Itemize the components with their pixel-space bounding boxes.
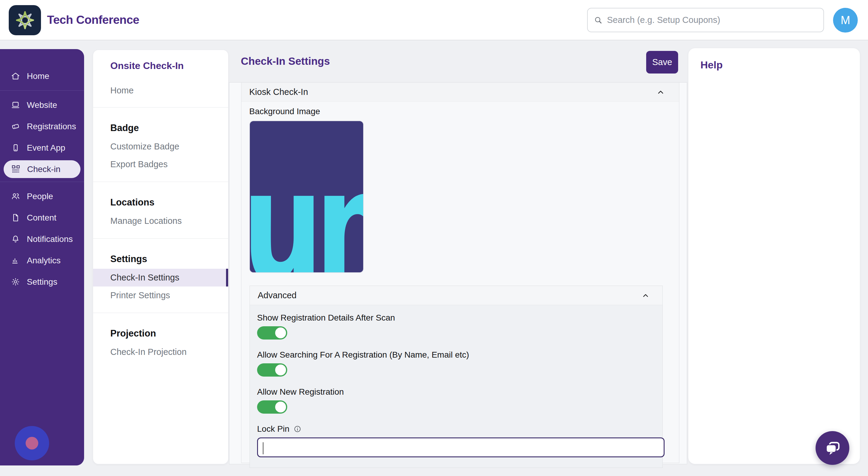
sidebar-item-label: People [27, 192, 53, 201]
lock-pin-label-row: Lock Pin [257, 424, 655, 434]
blue-dot-overlay[interactable] [15, 426, 49, 460]
sidebar-item-label: Check-in [27, 164, 60, 174]
setting-row-show-registration-details: Show Registration Details After Scan [257, 313, 655, 340]
lock-pin-label: Lock Pin [257, 424, 289, 434]
toggle-knob [275, 364, 286, 375]
sidebar-item-content[interactable]: Content [0, 207, 84, 228]
advanced-section-title: Advanced [258, 290, 297, 300]
sidebar-item-analytics[interactable]: Analytics [0, 250, 84, 271]
blue-dot-inner [26, 437, 38, 449]
kiosk-section-header[interactable]: Kiosk Check-In [241, 83, 679, 102]
star-knot-icon [13, 9, 36, 32]
avatar-initial: M [841, 14, 850, 27]
sidebar-divider [0, 182, 84, 182]
sidebar-divider [0, 90, 84, 91]
qr-grid-icon [11, 164, 21, 174]
sidebar-item-website[interactable]: Website [0, 94, 84, 116]
help-panel: Help [688, 48, 860, 464]
show-registration-details-toggle[interactable] [257, 326, 287, 340]
subnav-item-label: Check-In Settings [110, 273, 179, 282]
sidebar-item-notifications[interactable]: Notifications [0, 228, 84, 250]
top-header: Tech Conference M [0, 0, 868, 40]
background-image-letters: un [249, 150, 364, 273]
subnav-heading-projection: Projection [93, 328, 228, 339]
setting-row-allow-searching: Allow Searching For A Registration (By N… [257, 350, 655, 377]
subnav-heading-locations: Locations [93, 197, 228, 208]
home-icon [11, 71, 20, 81]
sidebar-item-people[interactable]: People [0, 186, 84, 207]
settings-scroll-area[interactable]: Kiosk Check-In Background Image un [229, 82, 687, 464]
toggle-knob [275, 327, 286, 338]
kiosk-collapse-button[interactable] [654, 86, 667, 98]
help-title: Help [701, 59, 848, 71]
bell-icon [11, 234, 20, 244]
subnav-item-check-in-projection[interactable]: Check-In Projection [93, 343, 228, 361]
phone-icon [11, 143, 20, 153]
sidebar-item-label: Notifications [27, 234, 73, 244]
save-button[interactable]: Save [646, 51, 678, 73]
avatar[interactable]: M [833, 8, 858, 33]
people-icon [11, 192, 20, 201]
sidebar-item-label: Settings [27, 277, 57, 287]
search-input[interactable] [607, 15, 817, 25]
allow-new-registration-toggle[interactable] [257, 401, 287, 414]
sidebar-item-check-in[interactable]: Check-in [4, 160, 81, 178]
global-search[interactable] [587, 8, 824, 32]
app-logo[interactable] [9, 5, 41, 35]
kiosk-section-title: Kiosk Check-In [249, 87, 308, 97]
chat-bubbles-icon [824, 439, 841, 457]
background-image-preview[interactable]: un [249, 121, 364, 273]
subnav-section: Settings Check-In Settings Printer Setti… [93, 238, 228, 313]
search-icon [594, 16, 603, 25]
advanced-section-content: Show Registration Details After Scan All… [250, 305, 662, 468]
subnav-section: Badge Customize Badge Export Badges [93, 107, 228, 182]
sidebar-item-label: Registrations [27, 122, 76, 131]
sidebar-item-label: Analytics [27, 256, 61, 265]
sidebar-item-event-app[interactable]: Event App [0, 137, 84, 158]
subnav-item-export-badges[interactable]: Export Badges [93, 155, 228, 173]
sidebar-item-label: Home [27, 71, 50, 81]
subnav-section: Locations Manage Locations [93, 182, 228, 238]
sidebar-item-registrations[interactable]: Registrations [0, 116, 84, 137]
toggle-label: Allow New Registration [257, 387, 655, 397]
lock-pin-input[interactable] [257, 438, 664, 457]
sidebar-item-label: Content [27, 213, 56, 223]
subnav-section: Onsite Check-In Home [93, 50, 228, 107]
selected-indicator-bar [226, 269, 228, 286]
website-icon [11, 100, 20, 110]
subnav-item-customize-badge[interactable]: Customize Badge [93, 138, 228, 155]
subnav-section: Projection Check-In Projection [93, 313, 228, 369]
advanced-section: Advanced Show Registration Details After [250, 286, 663, 468]
info-icon[interactable] [293, 425, 301, 433]
toggle-label: Allow Searching For A Registration (By N… [257, 350, 655, 360]
subnav-heading-badge: Badge [93, 123, 228, 133]
ticket-icon [11, 122, 20, 131]
chevron-up-icon [641, 291, 650, 300]
allow-searching-toggle[interactable] [257, 363, 287, 377]
kiosk-check-in-section: Kiosk Check-In Background Image un [241, 83, 679, 463]
subnav-item-printer-settings[interactable]: Printer Settings [93, 286, 228, 304]
gear-icon [11, 277, 20, 286]
chevron-up-icon [655, 87, 666, 97]
bar-chart-icon [11, 256, 20, 265]
subnav-title: Onsite Check-In [93, 60, 228, 71]
advanced-collapse-button[interactable] [640, 289, 652, 302]
chat-launcher-button[interactable] [815, 431, 849, 465]
sidebar-item-label: Website [27, 100, 57, 110]
page-title: Check-In Settings [241, 55, 330, 67]
document-icon [11, 213, 20, 222]
kiosk-section-content: Background Image un Advanced [241, 102, 679, 468]
app-title: Tech Conference [47, 13, 139, 27]
toggle-knob [275, 402, 286, 412]
advanced-section-header[interactable]: Advanced [250, 286, 662, 305]
background-image-label: Background Image [249, 107, 671, 116]
sidebar-item-settings[interactable]: Settings [0, 271, 84, 292]
subnav-item-check-in-settings[interactable]: Check-In Settings [93, 269, 228, 286]
sidebar-item-label: Event App [27, 143, 65, 153]
sidebar-item-home[interactable]: Home [0, 65, 84, 87]
subnav-item-home[interactable]: Home [93, 82, 228, 99]
toggle-label: Show Registration Details After Scan [257, 313, 655, 323]
text-cursor [263, 442, 264, 454]
setting-row-allow-new-registration: Allow New Registration [257, 387, 655, 414]
subnav-item-manage-locations[interactable]: Manage Locations [93, 212, 228, 230]
